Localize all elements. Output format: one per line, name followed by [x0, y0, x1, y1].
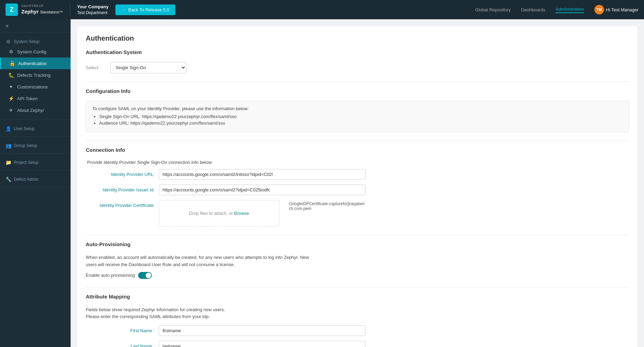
- first-name-row: First Name :: [86, 325, 629, 336]
- logo: Z SMARTBEAR Zephyr Standalone™: [6, 3, 63, 16]
- divider-3: [86, 235, 629, 235]
- config-info-section: Configuration Info To configure SAML on …: [86, 88, 629, 132]
- sidebar-section-project-setup: 📁 Project Setup: [0, 154, 71, 170]
- first-name-label: First Name :: [86, 325, 155, 333]
- drop-zone-text: Drop files to attach, or: [189, 211, 233, 216]
- connection-info-description: Provide Identity Provider Single Sign-On…: [86, 160, 629, 165]
- idp-url-field: [159, 169, 365, 180]
- divider-4: [86, 287, 629, 287]
- user-setup-label: User Setup: [14, 126, 34, 131]
- user-setup-icon: 👤: [6, 126, 11, 132]
- config-info-item-sso: Single Sign-On URL: https://qademo22.you…: [99, 114, 622, 119]
- last-name-input[interactable]: [159, 341, 365, 347]
- nav-global-repository[interactable]: Global Repository: [475, 7, 511, 12]
- auth-system-select[interactable]: Single Sign-On Local Authentication LDAP: [111, 62, 186, 73]
- customizations-label: Customizations: [17, 84, 48, 90]
- connection-info-section: Connection Info Provide Identity Provide…: [86, 147, 629, 227]
- select-label: Select:: [86, 65, 106, 70]
- sidebar-group-setup-header[interactable]: 👥 Group Setup: [0, 140, 71, 150]
- config-info-box: To configure SAML on your Identity Provi…: [86, 101, 629, 132]
- sidebar-project-setup-header[interactable]: 📁 Project Setup: [0, 157, 71, 167]
- last-name-label: Last Name :: [86, 341, 155, 347]
- last-name-field: [159, 341, 365, 347]
- auto-prov-toggle-container: Enable auto provisioning: [86, 272, 629, 279]
- customizations-icon: ✦: [8, 84, 14, 90]
- project-setup-label: Project Setup: [14, 160, 39, 165]
- sidebar-item-system-config[interactable]: ⚙ System Config: [0, 46, 71, 57]
- nav-dashboards[interactable]: Dashboards: [521, 7, 545, 12]
- divider-1: [86, 82, 629, 82]
- api-token-label: API Token: [17, 96, 38, 101]
- sidebar-item-about-zephyr[interactable]: ✈ About Zephyr: [0, 104, 71, 116]
- user-menu[interactable]: TM Hi Test Manager: [594, 5, 638, 14]
- about-zephyr-label: About Zephyr: [17, 108, 44, 113]
- browse-link[interactable]: Browse: [234, 211, 249, 216]
- sidebar-section-system-setup: System Setup ⚙ System Config 🔒 Authentic…: [0, 33, 71, 120]
- nav-administration[interactable]: Administration: [555, 7, 584, 13]
- idp-url-row: Identity Provider URL:: [86, 169, 629, 180]
- sidebar-section-user-setup: 👤 User Setup: [0, 120, 71, 137]
- auto-prov-toggle-label: Enable auto provisioning: [86, 273, 135, 278]
- logo-icon: Z: [6, 3, 18, 16]
- auto-prov-toggle[interactable]: [138, 272, 152, 279]
- attribute-mapping-section: Attribute Mapping Fields below show requ…: [86, 294, 629, 347]
- system-config-icon: ⚙: [8, 49, 14, 54]
- config-info-list: Single Sign-On URL: https://qademo22.you…: [92, 114, 622, 126]
- idp-issuer-row: Identity Provider Issuer Id:: [86, 185, 629, 195]
- group-setup-label: Group Setup: [14, 143, 37, 148]
- department-name: Test Department: [77, 10, 109, 16]
- divider-2: [86, 140, 629, 141]
- back-arrow-icon: ←: [122, 7, 126, 12]
- system-setup-icon: [6, 39, 11, 44]
- sidebar-defect-admin-header[interactable]: 🔧 Defect Admin: [0, 174, 71, 183]
- idp-issuer-field: [159, 185, 365, 195]
- first-name-input[interactable]: [159, 325, 365, 336]
- company-info: Your Company Test Department: [70, 4, 109, 16]
- auth-system-title: Authentication System: [86, 49, 629, 57]
- user-greeting: Hi Test Manager: [606, 7, 638, 12]
- content-area: Authentication Authentication System Sel…: [77, 26, 637, 347]
- sidebar-section-group-setup: 👥 Group Setup: [0, 137, 71, 154]
- sidebar-item-defects-tracking[interactable]: 🐛 Defects Tracking: [0, 69, 71, 81]
- auth-system-section: Authentication System Select: Single Sig…: [86, 49, 629, 73]
- idp-cert-row: Identity Provider Certificate: Drop file…: [86, 200, 629, 227]
- attr-mapping-desc: Fields below show required Zephyr inform…: [86, 306, 629, 321]
- logo-text: SMARTBEAR Zephyr Standalone™: [21, 4, 63, 15]
- authentication-label: Authentication: [18, 61, 46, 66]
- defects-tracking-icon: 🐛: [8, 72, 14, 78]
- back-button-label: Back To Release 5.0: [128, 7, 169, 12]
- auto-provisioning-section: Auto-Provisioning When enabled, an accou…: [86, 241, 629, 279]
- sidebar-section-defect-admin: 🔧 Defect Admin: [0, 170, 71, 187]
- config-info-description: To configure SAML on your Identity Provi…: [92, 106, 622, 111]
- auto-provisioning-title: Auto-Provisioning: [86, 241, 629, 249]
- main-content: Authentication Authentication System Sel…: [71, 19, 644, 347]
- cert-drop-zone[interactable]: Drop files to attach, or Browse: [159, 200, 279, 227]
- authentication-icon: 🔒: [9, 61, 15, 66]
- avatar: TM: [594, 5, 604, 14]
- idp-url-input[interactable]: [159, 169, 365, 180]
- sidebar-item-authentication[interactable]: 🔒 Authentication: [0, 57, 71, 69]
- config-info-title: Configuration Info: [86, 88, 629, 96]
- sidebar: « System Setup ⚙ System Config 🔒 Authent…: [0, 19, 71, 347]
- auto-prov-desc: When enabled, an account will automatica…: [86, 254, 629, 269]
- sidebar-user-setup-header[interactable]: 👤 User Setup: [0, 123, 71, 133]
- sso-url-value: https://qademo22.yourzephyr.com/flex/sam…: [142, 114, 237, 119]
- group-setup-icon: 👥: [6, 143, 11, 148]
- idp-issuer-input[interactable]: [159, 185, 365, 195]
- sidebar-item-customizations[interactable]: ✦ Customizations: [0, 81, 71, 93]
- auth-system-select-row: Select: Single Sign-On Local Authenticat…: [86, 62, 629, 73]
- sidebar-collapse-button[interactable]: «: [0, 19, 71, 33]
- project-setup-icon: 📁: [6, 160, 11, 165]
- about-zephyr-icon: ✈: [8, 107, 14, 113]
- defects-tracking-label: Defects Tracking: [17, 73, 51, 78]
- app-label: Zephyr Standalone™: [21, 8, 63, 15]
- sidebar-system-setup-header[interactable]: System Setup: [0, 36, 71, 46]
- company-name: Your Company: [77, 4, 109, 10]
- idp-cert-label: Identity Provider Certificate:: [86, 200, 155, 208]
- sidebar-item-api-token[interactable]: ⚡ API Token: [0, 93, 71, 104]
- defect-admin-icon: 🔧: [6, 177, 11, 182]
- idp-url-label: Identity Provider URL:: [86, 169, 155, 177]
- idp-cert-field: Drop files to attach, or Browse GoogleID…: [159, 200, 365, 227]
- back-to-release-button[interactable]: ← Back To Release 5.0: [115, 4, 175, 15]
- cert-filename: GoogleIDPCertificate-captureforjiraqaben…: [289, 200, 365, 211]
